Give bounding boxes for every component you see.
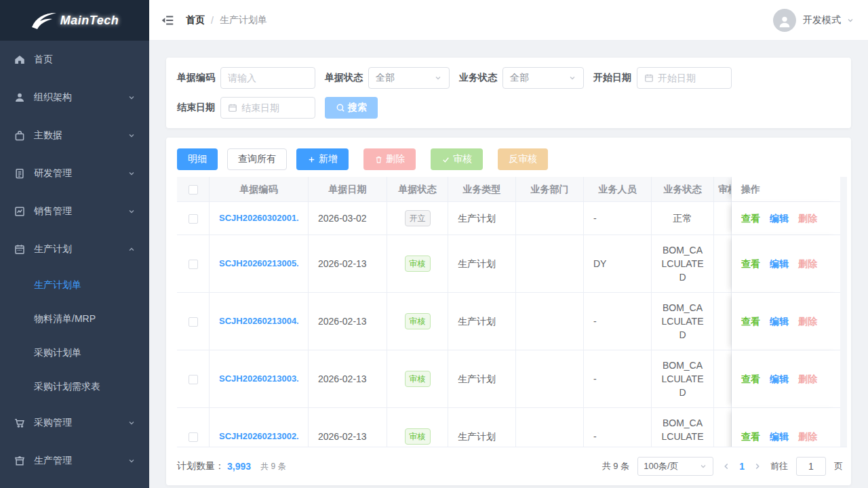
cell-audit (714, 202, 732, 235)
delete-link[interactable]: 删除 (798, 316, 817, 327)
chevron-down-icon (127, 207, 136, 216)
button-label: 明细 (188, 153, 207, 165)
topbar: 首页 / 生产计划单 开发模式 (149, 0, 868, 41)
cell-biz-type: 生产计划 (448, 350, 516, 408)
doc-code-input[interactable] (228, 73, 308, 83)
table-scrollbar-track[interactable] (840, 177, 847, 447)
sidebar-item-production-plan[interactable]: 生产计划 (0, 230, 149, 268)
edit-link[interactable]: 编辑 (770, 373, 789, 384)
doc-code-link[interactable]: SCJH20260302001... (219, 211, 298, 225)
delete-link[interactable]: 删除 (798, 213, 817, 224)
row-checkbox[interactable] (189, 260, 198, 269)
search-button[interactable]: 搜索 (325, 97, 378, 119)
anti-audit-button[interactable]: 反审核 (498, 148, 548, 170)
biz-status-select[interactable]: 全部 (502, 67, 584, 89)
doc-code-link[interactable]: SCJH20260213004... (219, 314, 298, 328)
cell-biz-person: - (584, 293, 652, 350)
sidebar-subitem-production-plan-order[interactable]: 生产计划单 (0, 268, 149, 302)
chevron-down-icon (127, 419, 136, 427)
end-date-field[interactable] (241, 102, 308, 113)
row-checkbox[interactable] (189, 317, 198, 327)
view-link[interactable]: 查看 (741, 431, 760, 442)
cell-actions: 查看编辑删除 (732, 408, 840, 447)
sidebar-subitem-purchase-plan-order[interactable]: 采购计划单 (0, 336, 149, 370)
plus-icon (307, 155, 316, 164)
view-link[interactable]: 查看 (741, 258, 760, 269)
status-badge: 审核 (405, 371, 431, 387)
logo-swoosh-icon (31, 12, 58, 29)
row-checkbox[interactable] (189, 432, 198, 442)
delete-link[interactable]: 删除 (798, 431, 817, 442)
avatar (773, 9, 796, 32)
chevron-down-icon (127, 169, 136, 178)
sidebar-item-label: 研发管理 (34, 167, 127, 180)
delete-link[interactable]: 删除 (798, 258, 817, 269)
status-badge: 审核 (405, 256, 431, 272)
add-button[interactable]: 新增 (296, 148, 349, 170)
sidebar-item-production-management[interactable]: 生产管理 (0, 442, 149, 480)
chevron-up-icon (127, 245, 136, 253)
column-header-doc-status: 单据状态 (387, 177, 448, 202)
cell-audit (714, 408, 732, 447)
page-size-value: 100条/页 (644, 460, 678, 472)
next-page-icon[interactable] (753, 462, 762, 471)
bag-icon (14, 129, 26, 142)
start-date-input[interactable] (637, 67, 732, 89)
user-menu[interactable]: 开发模式 (773, 9, 854, 32)
edit-link[interactable]: 编辑 (770, 431, 789, 442)
sidebar-subitem-label: 采购计划需求表 (34, 381, 100, 393)
prev-page-icon[interactable] (722, 462, 731, 471)
doc-status-select[interactable]: 全部 (368, 67, 450, 89)
column-header-audit: 审核 (714, 177, 732, 202)
view-link[interactable]: 查看 (741, 316, 760, 327)
sidebar-collapse-icon[interactable] (160, 13, 175, 28)
query-all-button[interactable]: 查询所有 (227, 148, 287, 170)
sidebar: MainTech 首页组织架构主数据研发管理销售管理生产计划生产计划单物料清单/… (0, 0, 149, 488)
cell-doc-date: 2026-02-13 (309, 350, 387, 408)
end-date-input[interactable] (220, 97, 315, 119)
doc-status-value: 全部 (376, 72, 395, 84)
page-number[interactable]: 1 (739, 461, 745, 472)
view-link[interactable]: 查看 (741, 373, 760, 384)
doc-code-link[interactable]: SCJH20260213002... (219, 430, 298, 443)
cell-biz-person: - (584, 350, 652, 408)
edit-link[interactable]: 编辑 (770, 258, 789, 269)
edit-link[interactable]: 编辑 (770, 213, 789, 224)
breadcrumb-home[interactable]: 首页 (186, 14, 205, 26)
page-content: 单据编码 单据状态 全部 业务状态 全部 (149, 41, 868, 488)
sidebar-item-label: 首页 (34, 54, 136, 66)
sidebar-item-label: 生产管理 (34, 455, 127, 467)
start-date-field[interactable] (658, 73, 724, 83)
detail-button[interactable]: 明细 (177, 148, 218, 170)
select-all-checkbox[interactable] (189, 185, 198, 195)
sidebar-subitem-bom-mrp[interactable]: 物料清单/MRP (0, 302, 149, 336)
doc-code-link[interactable]: SCJH20260213005... (219, 257, 298, 270)
audit-button[interactable]: 审核 (431, 148, 483, 170)
sidebar-item-label: 生产计划 (34, 243, 127, 256)
delete-button[interactable]: 删除 (363, 148, 416, 170)
sidebar-item-label: 采购管理 (34, 417, 127, 429)
sidebar-item-home[interactable]: 首页 (0, 41, 149, 79)
view-link[interactable]: 查看 (741, 213, 760, 224)
sidebar-subitem-purchase-plan-demand[interactable]: 采购计划需求表 (0, 370, 149, 404)
cell-biz-type: 生产计划 (448, 408, 516, 447)
row-checkbox[interactable] (189, 375, 198, 384)
user-icon (14, 92, 26, 104)
edit-link[interactable]: 编辑 (770, 316, 789, 327)
sidebar-item-purchase-management[interactable]: 采购管理 (0, 404, 149, 442)
doc-code-link[interactable]: SCJH20260213003... (219, 372, 298, 386)
home-icon (14, 54, 26, 66)
sidebar-item-org[interactable]: 组织架构 (0, 79, 149, 117)
filter-doc-status: 单据状态 全部 (325, 67, 450, 89)
row-checkbox[interactable] (189, 214, 198, 224)
chevron-down-icon (127, 94, 136, 102)
main-area: 首页 / 生产计划单 开发模式 单据编码 单据 (149, 0, 868, 488)
cell-biz-status: BOM_CALCULATED (652, 350, 714, 408)
filter-doc-code: 单据编码 (177, 67, 315, 89)
sidebar-item-master-data[interactable]: 主数据 (0, 117, 149, 155)
page-size-select[interactable]: 100条/页 (637, 457, 713, 476)
goto-page-input[interactable] (796, 457, 826, 476)
delete-link[interactable]: 删除 (798, 373, 817, 384)
sidebar-item-sales-management[interactable]: 销售管理 (0, 192, 149, 230)
sidebar-item-rd-management[interactable]: 研发管理 (0, 155, 149, 192)
